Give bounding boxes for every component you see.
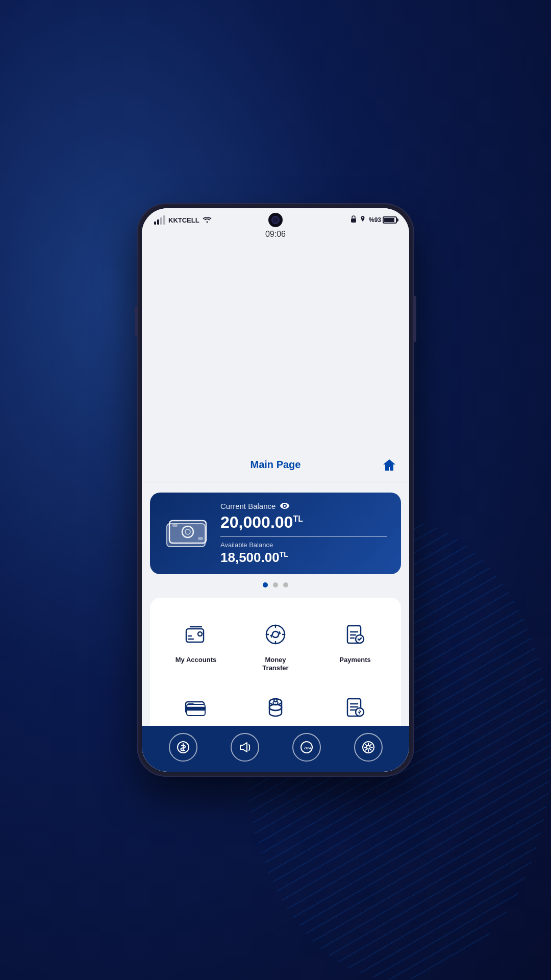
time-display: 09:06 [142,229,409,455]
dot-2[interactable] [273,582,278,587]
svg-rect-0 [351,218,356,223]
menu-item-payments[interactable]: Payments [315,610,395,683]
menu-item-exchange[interactable]: Exchange &InterestRates [236,683,315,726]
payments-label: Payments [339,656,370,665]
dot-3[interactable] [283,582,288,587]
my-accounts-label: My Accounts [176,656,216,665]
available-balance-label: Available Balance [220,541,387,549]
carousel-dots [150,582,401,587]
menu-item-credit-cards[interactable]: Credit Cards [156,683,236,726]
wifi-icon [203,216,212,225]
balance-card: Current Balance 20,000.00TL Available Ba… [150,493,401,574]
time-text: 09:06 [265,230,286,238]
signal-icon [154,215,165,225]
exchange-icon [259,691,292,724]
camera-area [268,213,283,227]
home-button[interactable] [380,455,399,475]
battery-indicator: %93 [369,216,397,224]
svg-point-9 [266,625,285,644]
credit-cards-icon [180,691,212,724]
page-title-row: Main Page [142,455,409,482]
balance-divider [220,536,387,537]
battery-icon [383,216,397,224]
status-left: KKTCELL [154,215,212,225]
available-balance-amount: 18,500.00TL [220,550,387,566]
money-transfer-icon [259,618,292,651]
bottom-navigation: 7/24 [142,726,409,772]
svg-rect-5 [172,524,178,527]
content-area: Current Balance 20,000.00TL Available Ba… [142,482,409,726]
menu-item-my-loans[interactable]: My Loans [315,683,395,726]
phone-frame: KKTCELL [138,204,413,776]
menu-grid: My Accounts MoneyTransfe [150,598,401,726]
nav-settings[interactable] [354,733,383,762]
money-transfer-label: MoneyTransfer [262,656,288,673]
money-icon-wrap [164,514,210,552]
svg-text:7/24: 7/24 [304,746,312,750]
lock-icon [350,215,357,225]
menu-item-my-accounts[interactable]: My Accounts [156,610,236,683]
my-loans-icon [339,691,371,724]
current-balance-label: Current Balance [220,501,387,511]
front-camera [268,213,283,227]
nav-dollar[interactable] [169,733,197,762]
dot-1[interactable] [263,582,268,587]
payments-icon [339,618,371,651]
current-balance-amount: 20,000.00TL [220,513,387,532]
nav-megaphone[interactable] [231,733,259,762]
eye-icon [280,501,290,511]
svg-point-8 [198,632,202,636]
phone-screen: KKTCELL [142,208,409,772]
svg-point-30 [366,746,370,749]
balance-info: Current Balance 20,000.00TL Available Ba… [220,501,387,566]
menu-item-money-transfer[interactable]: MoneyTransfer [236,610,315,683]
status-bar: KKTCELL [142,208,409,229]
svg-point-18 [274,699,277,702]
page-title: Main Page [177,459,374,471]
status-right: %93 [350,215,397,225]
nav-support[interactable]: 7/24 [292,733,321,762]
carrier-label: KKTCELL [168,216,199,224]
svg-rect-6 [198,537,203,540]
my-accounts-icon [180,618,212,651]
svg-rect-15 [187,707,205,710]
location-icon [360,215,366,225]
